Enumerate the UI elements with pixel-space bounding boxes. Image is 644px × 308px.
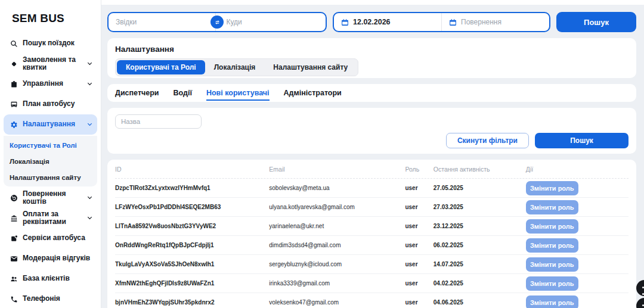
row-id: LITnAa8592Vw8uosNbztG3YVyWE2 <box>115 223 269 229</box>
chevron-down-icon <box>86 121 94 128</box>
origin-destination-field <box>107 12 327 32</box>
tab-users-roles[interactable]: Користувачі та Ролі <box>117 60 205 74</box>
users-icon <box>10 275 18 283</box>
app-root: SEM BUS Пошук поїздок Замовлення та квит… <box>0 0 644 308</box>
trip-search-bar: 12.02.2026 Пошук <box>107 12 636 32</box>
sidebar-item-review-moderation[interactable]: Модерація відгуків <box>0 248 101 269</box>
depart-date-field[interactable]: 12.02.2026 <box>334 13 441 31</box>
sidebar-item-trip-search[interactable]: Пошук поїздок <box>0 33 101 54</box>
row-role: user <box>405 242 433 248</box>
column-header-actions: Дії <box>526 166 628 173</box>
settings-card: Налаштування Користувачі та Ролі Локаліз… <box>107 38 636 78</box>
sidebar-item-refunds[interactable]: Повернення коштів <box>0 188 101 208</box>
change-role-button[interactable]: Змінити роль <box>526 181 578 195</box>
table-row: LITnAa8592Vw8uosNbztG3YVyWE2 yarinaelena… <box>115 217 628 236</box>
bus-icon <box>10 100 18 108</box>
sidebar-subitem-label: Локалізація <box>10 158 49 165</box>
sidebar-subitem-users-roles[interactable]: Користувачі та Ролі <box>4 137 97 153</box>
row-email: sergeybluznyk@icloud.com <box>269 261 405 267</box>
tab-localization[interactable]: Локалізація <box>205 60 265 74</box>
row-role: user <box>405 280 433 287</box>
change-role-button[interactable]: Змінити роль <box>526 276 578 291</box>
sidebar-item-label: План автобусу <box>23 100 94 108</box>
users-table-card: ID Email Роль Остання активність Дії Dzp… <box>107 160 636 308</box>
sidebar-item-telephony[interactable]: Телефонія <box>0 289 101 308</box>
sidebar-item-client-base[interactable]: База клієнтів <box>0 269 101 289</box>
sidebar-item-label: Повернення коштів <box>23 190 82 206</box>
change-role-button[interactable]: Змінити роль <box>526 295 578 308</box>
row-email: dimdim3sdsd4@gmail.com <box>269 242 405 248</box>
origin-input[interactable] <box>109 13 215 31</box>
chevron-down-icon <box>86 214 94 222</box>
sidebar-item-orders-tickets[interactable]: Замовлення та квитки <box>0 54 101 74</box>
table-row: OnRddWngReRtq1fQpBJpCFdpjIj1 dimdim3sdsd… <box>115 236 628 255</box>
sidebar-item-bank-payments[interactable]: Оплати за реквізитами <box>0 208 101 228</box>
row-role: user <box>405 299 433 306</box>
change-role-button[interactable]: Змінити роль <box>526 238 578 253</box>
row-id: TkulgLaVyAXSoVa5SJhOeN8xwIh1 <box>115 261 269 267</box>
row-id: OnRddWngReRtq1fQpBJpCFdpjIj1 <box>115 242 269 248</box>
main-content: 12.02.2026 Пошук Налаштування Користувач… <box>101 0 644 308</box>
row-id: XfmNW2thEghQFjIDIs9z8UWaFZn1 <box>115 280 269 287</box>
sidebar-item-settings[interactable]: Налаштування <box>4 114 97 135</box>
tab-new-users[interactable]: Нові користувачі <box>206 85 270 101</box>
mail-icon <box>10 254 18 263</box>
swap-direction-button[interactable] <box>210 15 224 29</box>
chevron-down-icon <box>86 60 94 67</box>
sidebar-item-bus-plan[interactable]: План автобусу <box>0 94 101 114</box>
row-id: DzpcTIRot3ZxLyxtxwzIYHmMvfq1 <box>115 185 269 191</box>
column-header-role: Роль <box>405 166 433 173</box>
sidebar-item-label: Сервіси автобуса <box>23 234 94 242</box>
row-last-activity: 14.07.2025 <box>434 261 526 267</box>
destination-input[interactable] <box>216 13 326 31</box>
sidebar-item-label: Модерація відгуків <box>23 254 94 262</box>
calendar-icon <box>341 18 349 26</box>
trip-search-button[interactable]: Пошук <box>556 12 636 32</box>
sidebar-subitem-label: Налаштування сайту <box>10 174 81 181</box>
row-email: ulyana.kotlyarevska@gmail.com <box>269 204 405 210</box>
settings-submenu: Користувачі та Ролі Локалізація Налаштув… <box>4 136 97 186</box>
row-role: user <box>405 223 433 229</box>
reset-filters-button[interactable]: Скинути фільтри <box>446 133 529 148</box>
row-role: user <box>405 204 433 210</box>
column-header-email: Email <box>269 166 405 173</box>
column-header-last-activity: Остання активність <box>434 166 526 173</box>
row-last-activity: 23.12.2025 <box>434 223 526 229</box>
column-header-id: ID <box>115 166 269 173</box>
sidebar: SEM BUS Пошук поїздок Замовлення та квит… <box>0 0 101 308</box>
filter-search-button[interactable]: Пошук <box>535 133 628 148</box>
tab-dispatchers[interactable]: Диспетчери <box>115 85 159 101</box>
refund-icon <box>10 194 18 202</box>
change-role-button[interactable]: Змінити роль <box>526 219 578 234</box>
sidebar-item-label: База клієнтів <box>23 275 94 282</box>
tab-administrators[interactable]: Адміністратори <box>284 85 342 101</box>
row-last-activity: 27.03.2025 <box>434 204 526 210</box>
filter-actions: Скинути фільтри Пошук <box>446 133 628 148</box>
tab-drivers[interactable]: Водії <box>174 85 192 101</box>
sidebar-subitem-localization[interactable]: Локалізація <box>4 153 97 169</box>
row-email: irinka3339@gmail.com <box>269 280 405 287</box>
user-tabs-card: Диспетчери Водії Нові користувачі Адміні… <box>107 84 636 102</box>
chevron-down-icon <box>86 80 94 88</box>
dates-field: 12.02.2026 <box>333 12 550 32</box>
change-role-button[interactable]: Змінити роль <box>526 200 578 214</box>
row-last-activity: 06.02.2025 <box>434 242 526 248</box>
tab-site-settings[interactable]: Налаштування сайту <box>264 60 357 74</box>
sidebar-subitem-site-settings[interactable]: Налаштування сайту <box>4 169 97 185</box>
return-date-input[interactable] <box>461 18 542 26</box>
row-last-activity: 04.06.2025 <box>434 299 526 306</box>
brand-logo: SEM BUS <box>0 10 101 33</box>
row-email: voleksenko47@gmail.com <box>269 299 405 306</box>
table-row: bjnVHmEhZ3WYqpjSUhr35pkdnrx2 voleksenko4… <box>115 293 628 308</box>
sidebar-item-management[interactable]: Управління <box>0 74 101 94</box>
table-row: TkulgLaVyAXSoVa5SJhOeN8xwIh1 sergeybluzn… <box>115 255 628 274</box>
sidebar-item-bus-services[interactable]: Сервіси автобуса <box>0 228 101 248</box>
sidebar-item-label: Пошук поїздок <box>23 39 94 47</box>
name-filter-input[interactable] <box>115 114 202 129</box>
change-role-button[interactable]: Змінити роль <box>526 257 578 272</box>
filter-card: Скинути фільтри Пошук <box>107 108 636 154</box>
row-last-activity: 04.02.2025 <box>434 280 526 287</box>
table-header: ID Email Роль Остання активність Дії <box>115 160 628 179</box>
phone-icon <box>10 295 18 303</box>
sidebar-item-label: Налаштування <box>23 120 82 128</box>
